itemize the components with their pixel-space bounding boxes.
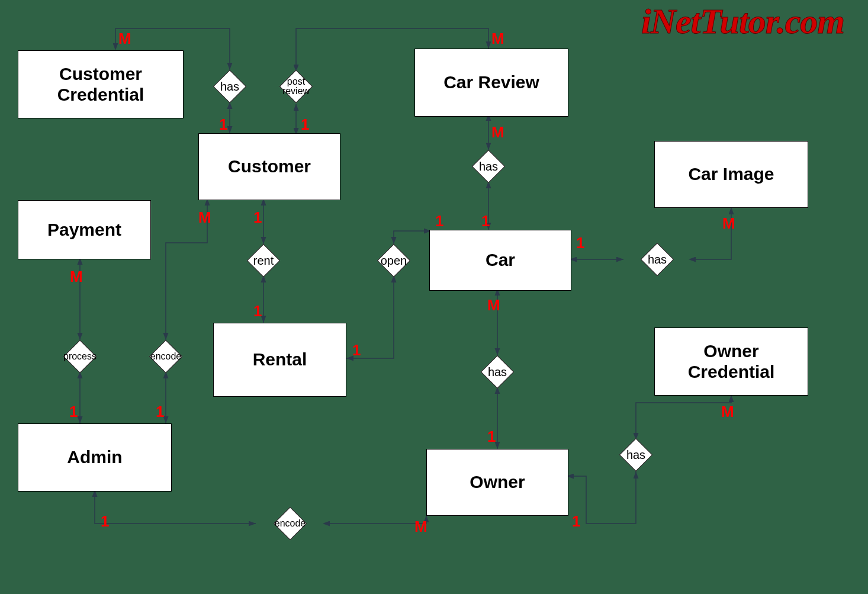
rel-customer-has-credential: has xyxy=(197,70,262,103)
cardinality: M xyxy=(198,208,211,227)
cardinality: 1 xyxy=(572,512,580,531)
entity-payment: Payment xyxy=(18,200,151,259)
rel-owner-has-credential: has xyxy=(603,438,669,471)
entity-owner: Owner xyxy=(426,449,568,516)
entity-customer-credential: Customer Credential xyxy=(18,50,184,118)
entity-label: Customer Credential xyxy=(57,64,144,105)
cardinality: 1 xyxy=(576,234,584,252)
cardinality: M xyxy=(721,403,734,421)
cardinality: M xyxy=(414,518,427,536)
entity-label: Owner Credential xyxy=(688,341,775,382)
entity-label: Owner xyxy=(470,472,525,493)
rel-car-has-image: has xyxy=(623,243,691,276)
rel-car-open-rental: open xyxy=(361,244,426,277)
cardinality: 1 xyxy=(253,208,262,227)
cardinality: 1 xyxy=(301,115,309,134)
entity-label: Car Image xyxy=(688,164,774,185)
rel-admin-process-payment: process xyxy=(47,340,112,373)
rel-carreview-has-car: has xyxy=(456,150,521,183)
entity-car: Car xyxy=(429,230,571,291)
entity-label: Payment xyxy=(47,220,121,240)
cardinality: 1 xyxy=(253,302,262,320)
cardinality: 1 xyxy=(481,212,490,230)
entity-label: Customer xyxy=(228,156,311,177)
entity-rental: Rental xyxy=(213,323,346,397)
cardinality: 1 xyxy=(219,115,227,134)
cardinality: M xyxy=(491,30,504,48)
entity-owner-credential: Owner Credential xyxy=(654,327,808,396)
cardinality: M xyxy=(70,268,83,286)
er-diagram-canvas: Customer Credential Customer Payment Adm… xyxy=(0,0,868,594)
cardinality: 1 xyxy=(352,341,361,359)
entity-label: Rental xyxy=(253,349,307,370)
rel-customer-post-review: post review xyxy=(263,70,329,103)
cardinality: M xyxy=(118,30,131,48)
entity-customer: Customer xyxy=(198,133,340,200)
entity-car-review: Car Review xyxy=(414,49,568,117)
entity-label: Car xyxy=(486,250,515,271)
rel-owner-has-car: has xyxy=(465,355,530,388)
rel-customer-rent-rental: rent xyxy=(231,244,296,277)
cardinality: M xyxy=(487,296,500,314)
rel-admin-encode-owner: encode xyxy=(256,507,324,540)
cardinality: 1 xyxy=(69,403,78,421)
entity-label: Admin xyxy=(67,447,122,468)
entity-label: Car Review xyxy=(443,72,539,93)
cardinality: 1 xyxy=(101,512,109,531)
cardinality: M xyxy=(491,123,504,142)
cardinality: 1 xyxy=(435,212,443,230)
watermark-inettutor: iNetTutor.com xyxy=(641,1,844,42)
cardinality: 1 xyxy=(156,403,164,421)
entity-admin: Admin xyxy=(18,423,172,492)
rel-admin-encode-customer: encode xyxy=(133,340,198,373)
entity-car-image: Car Image xyxy=(654,141,808,208)
cardinality: M xyxy=(722,214,735,233)
cardinality: 1 xyxy=(487,428,496,446)
